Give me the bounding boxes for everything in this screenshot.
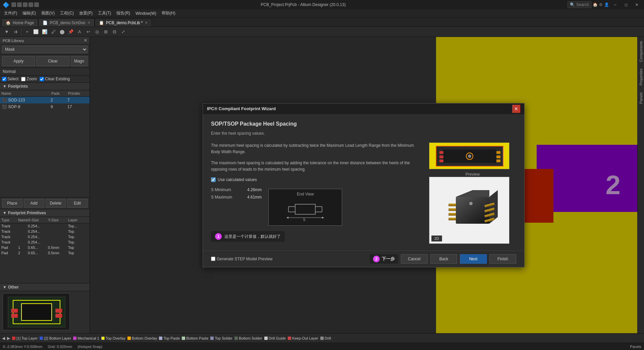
layer-item-9[interactable]: Drill Guide (264, 336, 286, 340)
magnify-button[interactable]: Magn (71, 56, 88, 66)
layer-item-4[interactable]: Bottom Overlay (127, 336, 157, 340)
apply-button[interactable]: Apply (2, 56, 35, 66)
prim-row-5[interactable]: Pad 2 0.65... 0.5mm Top (0, 250, 90, 256)
clear-existing-checkbox[interactable] (40, 77, 44, 81)
delete-button[interactable]: Delete (46, 199, 66, 208)
generate-step-checkbox[interactable] (211, 257, 215, 261)
menu-file[interactable]: 文件(F) (1, 10, 20, 17)
menu-window[interactable]: Window(W) (133, 10, 159, 16)
schdoc-icon: 📄 (43, 20, 48, 25)
primitives-header: ▼ Footprint Primitives (0, 209, 90, 217)
toolbar-grid[interactable]: ⊞ (102, 28, 110, 36)
layer-item-3[interactable]: Top Overlay (101, 336, 125, 340)
dialog-close-button[interactable]: ✕ (512, 105, 520, 113)
prim-row-0[interactable]: Track 0.254... Top... (0, 223, 90, 229)
tab-schdoc-close[interactable]: ✕ (88, 21, 90, 25)
dialog-titlebar: IPC® Compliant Footprint Wizard ✕ (203, 103, 524, 114)
panels-label[interactable]: Panels (630, 345, 641, 349)
place-button[interactable]: Place (2, 199, 22, 208)
user-icon[interactable]: 👤 (604, 2, 609, 7)
prim-row-4[interactable]: Pad 1 0.65... 0.5mm Top (0, 245, 90, 250)
components-tab[interactable]: Components (638, 38, 644, 64)
settings-icon[interactable]: 🏠 (593, 2, 598, 7)
layer-item-8[interactable]: Bottom Solder (234, 336, 262, 340)
menu-reports[interactable]: 报告(R) (114, 10, 133, 17)
layer-next[interactable]: ▶ (7, 336, 10, 341)
toolbar-undo[interactable]: ↩ (84, 28, 92, 36)
account-icon[interactable]: ⚙ (599, 2, 603, 7)
clear-existing-checkbox-label[interactable]: Clear Existing (40, 77, 70, 81)
layer-item-5[interactable]: Top Paste (159, 336, 180, 340)
home-icon: 🏠 (6, 20, 11, 25)
select-checkbox-label[interactable]: Select (2, 77, 18, 81)
select-checkbox[interactable] (2, 77, 6, 81)
fp-row-sod123[interactable]: ⬛ SOD-123 2 7 (0, 97, 90, 103)
close-button[interactable]: ✕ (632, 1, 641, 8)
toolbar-filter[interactable]: ▼ (3, 28, 11, 36)
toolbar-rect[interactable]: ⬜ (32, 28, 40, 36)
svg-point-32 (469, 202, 473, 205)
toolbar-add[interactable]: + (23, 28, 31, 36)
menu-tools[interactable]: 工具(T) (95, 10, 114, 17)
layer-label-11: Drill (325, 336, 331, 340)
menu-edit[interactable]: 编辑(E) (20, 10, 39, 17)
search-icon: 🔍 (570, 2, 575, 7)
panel-pin[interactable]: ✕ (84, 38, 87, 43)
window-controls[interactable]: ─ ◻ ✕ (610, 1, 641, 8)
panels-tab[interactable]: Panels (638, 90, 644, 106)
zoom-checkbox-label[interactable]: Zoom (21, 77, 37, 81)
fp-row-sop8[interactable]: ⬛ SOP-8 9 17 (0, 103, 90, 110)
menu-place[interactable]: 放置(P) (76, 10, 95, 17)
layer-item-6[interactable]: Bottom Paste (182, 336, 208, 340)
tab-pcblib-close[interactable]: ✕ (145, 21, 148, 25)
prim-row-2[interactable]: Track 0.254... Top. (0, 234, 90, 239)
mask-select[interactable]: Mask (2, 46, 88, 53)
prim-row-3[interactable]: Track 0.254... Top. (0, 239, 90, 245)
next-button[interactable]: Next (460, 254, 487, 264)
menu-project[interactable]: 工程(C) (57, 10, 76, 17)
toolbar-circle[interactable]: ⬤ (58, 28, 66, 36)
zoom-checkbox[interactable] (21, 77, 25, 81)
svg-marker-30 (456, 190, 489, 197)
layer-dot-10 (288, 337, 291, 340)
back-button[interactable]: Back (430, 254, 457, 264)
minimize-button[interactable]: ─ (610, 1, 620, 8)
layer-prev[interactable]: ◀ (2, 336, 5, 341)
section-arrow: ▼ (3, 84, 7, 89)
tab-schdoc[interactable]: 📄 PCB_demo.SchDoc ✕ (38, 18, 95, 27)
maximize-button[interactable]: ◻ (621, 1, 631, 8)
tab-pcblib[interactable]: 📋 PCB_demo.PcbLib * ✕ (95, 18, 152, 27)
svg-rect-33 (448, 204, 456, 206)
layer-item-11[interactable]: Drill (320, 336, 331, 340)
layer-item-1[interactable]: [2] Bottom Layer (40, 336, 71, 340)
canvas-area[interactable]: 2 IPC® Compliant Footprint Wizard ✕ SOP/… (90, 37, 637, 333)
layer-dot-8 (234, 337, 238, 340)
prim-row-1[interactable]: Track 0.254... Top. (0, 229, 90, 234)
add-button[interactable]: Add (24, 199, 44, 208)
toolbar-expand[interactable]: ⤢ (119, 28, 127, 36)
toolbar-grid2[interactable]: ⊟ (110, 28, 118, 36)
toolbar-via[interactable]: ◎ (93, 28, 101, 36)
dialog-footer: Generate STEP Model Preview 2 下一步 Cancel… (203, 251, 524, 267)
cancel-button[interactable]: Cancel (401, 254, 428, 264)
edit-button[interactable]: Edit (67, 199, 88, 208)
layer-item-0[interactable]: [1] Top Layer (12, 336, 38, 340)
preview-2d-button[interactable]: 2D (431, 235, 442, 242)
menu-help[interactable]: 帮助(H) (159, 10, 178, 17)
layer-item-2[interactable]: Mechanical 1 (73, 336, 99, 340)
toolbar-pin[interactable]: 📌 (67, 28, 75, 36)
layer-item-7[interactable]: Top Solder (210, 336, 232, 340)
toolbar-chart[interactable]: 📊 (41, 28, 49, 36)
properties-tab[interactable]: Properties (638, 66, 644, 88)
generate-step-label[interactable]: Generate STEP Model Preview (211, 257, 273, 261)
toolbar-text[interactable]: A (75, 28, 84, 36)
use-calculated-checkbox[interactable] (211, 177, 216, 182)
menu-view[interactable]: 视图(V) (39, 10, 57, 17)
toolbar-copy[interactable]: ⇉ (11, 28, 19, 36)
other-header: ▼ Other (0, 283, 90, 291)
tab-home[interactable]: 🏠 Home Page (1, 18, 38, 27)
clear-button[interactable]: Clear (36, 56, 69, 66)
layer-item-10[interactable]: Keep-Out Layer (288, 336, 318, 340)
toolbar-paint[interactable]: 🖊 (49, 28, 57, 36)
finish-button[interactable]: Finish (489, 254, 516, 264)
